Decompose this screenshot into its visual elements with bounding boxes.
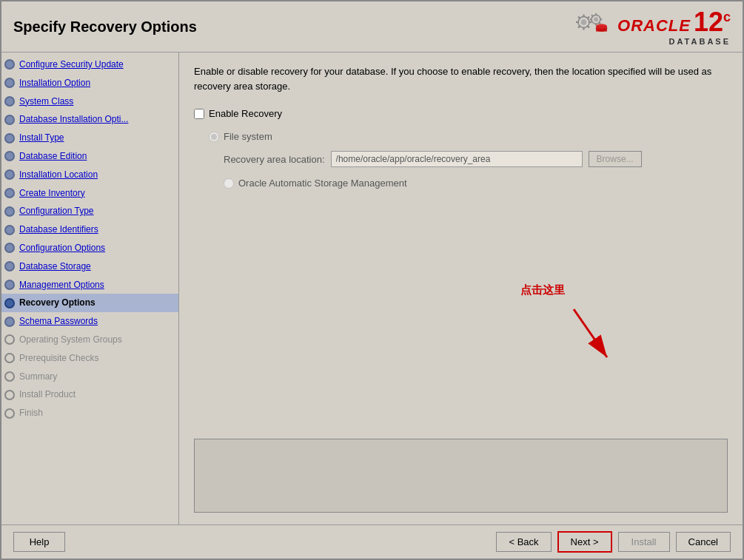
- oracle-brand-text: ORACLE: [617, 16, 691, 36]
- sidebar-item-summary: Summary: [1, 368, 178, 386]
- sidebar-label-management-options: Management Options: [19, 279, 104, 291]
- sidebar-dot-operating-system-groups: [4, 334, 15, 345]
- right-panel: Enable or disable recovery for your data…: [179, 53, 743, 524]
- sidebar-dot-database-edition: [4, 151, 15, 161]
- svg-line-7: [587, 26, 589, 28]
- file-system-radio-row: File system: [209, 131, 728, 142]
- sidebar-item-database-installation-options[interactable]: Database Installation Opti...: [1, 110, 178, 129]
- sidebar-item-install-type[interactable]: Install Type: [1, 129, 178, 147]
- sidebar-item-installation-option[interactable]: Installation Option: [1, 74, 178, 92]
- annotation-area: 点击这里: [194, 343, 728, 431]
- svg-line-16: [591, 15, 593, 16]
- sidebar-dot-configuration-type: [4, 206, 15, 217]
- svg-line-6: [578, 17, 580, 19]
- asm-label[interactable]: Oracle Automatic Storage Management: [238, 178, 407, 189]
- svg-line-17: [599, 22, 600, 24]
- sidebar-dot-create-inventory: [4, 188, 15, 198]
- sidebar-dot-system-class: [4, 96, 15, 107]
- sidebar-dot-summary: [4, 371, 15, 382]
- sidebar-label-prerequisite-checks: Prerequisite Checks: [19, 352, 98, 365]
- sidebar-dot-schema-passwords: [4, 317, 15, 327]
- sidebar-label-configure-security-update: Configure Security Update: [19, 58, 124, 71]
- log-area: [194, 439, 728, 513]
- oracle-logo: ORACLE 12c DATABASE: [567, 7, 731, 46]
- recovery-options-section: File system Recovery area location: Brow…: [209, 131, 728, 198]
- footer: Help < Back Next > Install Cancel: [1, 524, 743, 559]
- description-text: Enable or disable recovery for your data…: [194, 64, 728, 93]
- sidebar-label-configuration-type: Configuration Type: [19, 205, 94, 217]
- browse-button[interactable]: Browse...: [589, 151, 642, 167]
- oracle-gear-icon: [567, 7, 611, 37]
- recovery-area-location-row: Recovery area location: Browse...: [224, 151, 728, 167]
- sidebar-dot-configuration-options: [4, 243, 15, 253]
- sidebar-dot-install-type: [4, 133, 15, 144]
- annotation-wrapper: 点击这里: [194, 343, 728, 431]
- sidebar-item-configuration-type[interactable]: Configuration Type: [1, 202, 178, 220]
- sidebar-item-installation-location[interactable]: Installation Location: [1, 166, 178, 184]
- sidebar-dot-database-storage: [4, 261, 15, 271]
- sidebar-dot-prerequisite-checks: [4, 353, 15, 363]
- svg-point-1: [581, 19, 587, 25]
- enable-recovery-label[interactable]: Enable Recovery: [209, 108, 282, 119]
- main-content: Configure Security UpdateInstallation Op…: [1, 53, 743, 524]
- recovery-area-location-label: Recovery area location:: [224, 154, 325, 165]
- next-button[interactable]: Next >: [557, 531, 612, 553]
- sidebar-dot-installation-option: [4, 78, 15, 88]
- sidebar-dot-recovery-options: [4, 298, 15, 308]
- main-window: Specify Recovery Options: [0, 0, 744, 560]
- sidebar-item-operating-system-groups: Operating System Groups: [1, 331, 178, 349]
- sidebar-label-schema-passwords: Schema Passwords: [19, 315, 98, 328]
- footer-buttons: < Back Next > Install Cancel: [496, 531, 731, 553]
- install-button[interactable]: Install: [618, 532, 670, 552]
- sidebar-dot-finish: [4, 408, 15, 419]
- asm-radio-row: Oracle Automatic Storage Management: [224, 178, 728, 189]
- sidebar-item-management-options[interactable]: Management Options: [1, 276, 178, 294]
- cancel-button[interactable]: Cancel: [676, 532, 731, 552]
- sidebar-dot-installation-location: [4, 169, 15, 180]
- sidebar-label-summary: Summary: [19, 371, 57, 383]
- page-title: Specify Recovery Options: [13, 18, 197, 36]
- sidebar-item-database-storage[interactable]: Database Storage: [1, 257, 178, 276]
- sidebar-dot-configure-security-update: [4, 59, 15, 70]
- sidebar-label-database-edition: Database Edition: [19, 150, 87, 163]
- sidebar-label-configuration-options: Configuration Options: [19, 242, 105, 254]
- sidebar-label-operating-system-groups: Operating System Groups: [19, 334, 122, 346]
- sidebar-label-create-inventory: Create Inventory: [19, 187, 85, 200]
- sidebar-item-install-product: Install Product: [1, 385, 178, 404]
- sidebar: Configure Security UpdateInstallation Op…: [1, 53, 179, 524]
- svg-point-11: [594, 17, 598, 21]
- sidebar-dot-database-identifiers: [4, 225, 15, 235]
- sidebar-item-create-inventory[interactable]: Create Inventory: [1, 184, 178, 203]
- sidebar-item-system-class[interactable]: System Class: [1, 92, 178, 111]
- sidebar-item-configure-security-update[interactable]: Configure Security Update: [1, 55, 178, 74]
- sidebar-label-installation-option: Installation Option: [19, 77, 90, 90]
- sidebar-item-prerequisite-checks: Prerequisite Checks: [1, 349, 178, 368]
- sidebar-label-finish: Finish: [19, 407, 43, 419]
- sidebar-label-database-storage: Database Storage: [19, 260, 91, 273]
- sidebar-item-database-identifiers[interactable]: Database Identifiers: [1, 220, 178, 239]
- svg-line-9: [578, 26, 580, 28]
- sidebar-dot-database-installation-options: [4, 115, 15, 125]
- sidebar-item-database-edition[interactable]: Database Edition: [1, 147, 178, 166]
- sidebar-item-configuration-options[interactable]: Configuration Options: [1, 239, 178, 257]
- sidebar-dot-install-product: [4, 390, 15, 400]
- enable-recovery-row: Enable Recovery: [194, 108, 728, 119]
- file-system-label[interactable]: File system: [224, 131, 272, 142]
- sidebar-label-installation-location: Installation Location: [19, 169, 98, 181]
- asm-radio[interactable]: [224, 178, 234, 189]
- sidebar-label-install-type: Install Type: [19, 132, 64, 144]
- sidebar-dot-management-options: [4, 280, 15, 290]
- sidebar-label-database-installation-options: Database Installation Opti...: [19, 113, 128, 126]
- sidebar-item-finish: Finish: [1, 404, 178, 422]
- enable-recovery-checkbox[interactable]: [194, 109, 204, 119]
- sidebar-item-recovery-options[interactable]: Recovery Options: [1, 294, 178, 312]
- oracle-version-text: 12c: [694, 9, 731, 36]
- back-button[interactable]: < Back: [496, 532, 551, 552]
- sidebar-label-system-class: System Class: [19, 95, 73, 108]
- recovery-area-location-input[interactable]: [331, 151, 583, 167]
- sidebar-label-database-identifiers: Database Identifiers: [19, 223, 98, 236]
- help-button[interactable]: Help: [13, 532, 65, 552]
- file-system-radio[interactable]: [209, 132, 219, 142]
- oracle-database-label: DATABASE: [669, 37, 731, 46]
- sidebar-item-schema-passwords[interactable]: Schema Passwords: [1, 312, 178, 331]
